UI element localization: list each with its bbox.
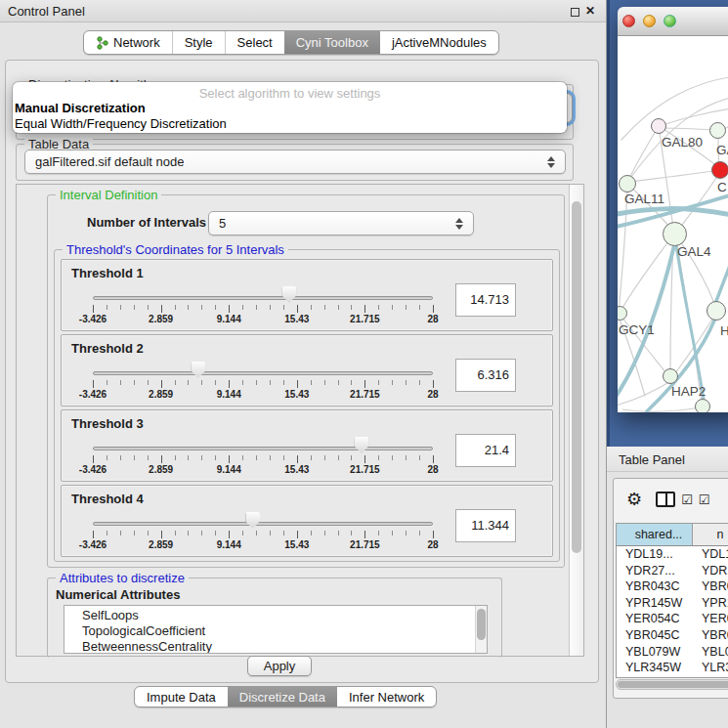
table-panel-header: Table Panel <box>607 447 728 472</box>
settings-scroll-area: Interval Definition Number of Intervals … <box>16 184 584 657</box>
table-cell[interactable]: YDR2 <box>693 563 728 579</box>
network-node-gal4[interactable] <box>663 222 687 246</box>
network-node-ga[interactable] <box>709 122 726 139</box>
table-row[interactable]: YER054CYER0 <box>617 611 728 627</box>
tab-jactivemnodules[interactable]: jActiveMNodules <box>380 31 498 54</box>
intervals-combo[interactable]: 5 <box>208 211 474 236</box>
horizontal-scrollbar[interactable] <box>616 679 728 690</box>
tick-label: -3.426 <box>79 464 107 475</box>
table-cell[interactable]: YBR045C <box>617 627 693 644</box>
gear-icon[interactable]: ⚙ <box>626 491 642 508</box>
node-label: GCY1 <box>619 322 655 337</box>
horizontal-scrollbar-thumb[interactable] <box>618 681 728 688</box>
column-header-shared[interactable]: shared... <box>617 524 693 545</box>
table-cell[interactable]: YBL079W <box>617 644 693 661</box>
network-node-h[interactable] <box>707 301 726 321</box>
table-cell[interactable]: YBL0 <box>693 644 728 661</box>
split-pane-icon[interactable] <box>656 492 675 507</box>
network-window-titlebar[interactable] <box>618 7 728 36</box>
table-cell[interactable]: YLR345W <box>617 660 693 676</box>
table-cell[interactable]: YIL052C <box>617 676 693 678</box>
network-window[interactable]: GAL80GACGAL11GAL4GCY1HHAP2 <box>618 7 728 412</box>
table-cell[interactable]: YER054C <box>617 611 693 627</box>
zoom-traffic-light-icon[interactable] <box>664 15 676 27</box>
bottom-tab-discretize-data[interactable]: Discretize Data <box>228 687 337 707</box>
network-node-gal11[interactable] <box>619 175 636 193</box>
table-row[interactable]: YDL19...YDL1 <box>617 546 728 563</box>
combo-stepper-icon[interactable] <box>547 150 558 173</box>
tick-label: 28 <box>427 464 438 475</box>
bottom-tab-infer-network[interactable]: Infer Network <box>337 687 436 707</box>
network-node-c[interactable] <box>711 161 728 179</box>
network-node-gcy1[interactable] <box>618 306 627 321</box>
table-row[interactable]: YPR145WYPR1 <box>617 595 728 612</box>
table-row[interactable]: YBL079WYBL0 <box>617 644 728 661</box>
minimize-traffic-light-icon[interactable] <box>643 15 656 27</box>
column-header-n[interactable]: n <box>693 524 728 545</box>
float-window-icon[interactable] <box>571 8 579 17</box>
slider-thumb[interactable] <box>191 362 205 378</box>
threshold-value-field[interactable]: 14.713 <box>455 283 516 317</box>
numerical-attributes-list[interactable]: SelfLoopsTopologicalCoefficientBetweenne… <box>64 605 488 654</box>
algorithm-option-equal-width-frequency-discretization[interactable]: Equal Width/Frequency Discretization <box>15 116 227 131</box>
table-cell[interactable]: YDL19... <box>617 546 693 563</box>
threshold-value-field[interactable]: 11.344 <box>455 509 516 542</box>
threshold-value-field[interactable]: 6.316 <box>455 359 516 392</box>
table-row[interactable]: YLR345WYLR3 <box>617 660 728 676</box>
combo-stepper-icon[interactable] <box>455 212 466 235</box>
network-node-hap2[interactable] <box>663 368 678 384</box>
tab-network[interactable]: Network <box>84 31 172 54</box>
table-cell[interactable]: YBR0 <box>693 627 728 644</box>
checkbox-icon[interactable]: ☑ <box>681 493 693 506</box>
close-icon[interactable]: ✕ <box>585 4 595 18</box>
tick-label: -3.426 <box>79 389 107 400</box>
tab-cyni-toolbox[interactable]: Cyni Toolbox <box>284 31 380 54</box>
slider-track[interactable] <box>93 522 433 526</box>
network-node-gal80[interactable] <box>651 118 666 134</box>
slider-track[interactable] <box>93 447 433 450</box>
close-traffic-light-icon[interactable] <box>622 15 635 27</box>
bottom-tab-impute-data[interactable]: Impute Data <box>135 687 228 707</box>
list-scrollbar-thumb[interactable] <box>477 609 486 640</box>
popup-hint: Select algorithm to view settings <box>13 86 567 101</box>
tick-label: 9.144 <box>217 389 241 400</box>
apply-button[interactable]: Apply <box>247 656 312 676</box>
table-cell[interactable]: YER0 <box>693 611 728 627</box>
list-item-topologicalcoefficient[interactable]: TopologicalCoefficient <box>64 623 475 639</box>
table-cell[interactable]: YPR145W <box>617 595 693 612</box>
table-cell[interactable]: YLR3 <box>693 660 728 676</box>
list-item-betweennesscentrality[interactable]: BetweennessCentrality <box>64 639 475 654</box>
table-row[interactable]: YIL052CYIL0 <box>617 676 728 678</box>
node-table[interactable]: shared...nYDL19...YDL1YDR27...YDR2YBR043… <box>616 523 728 678</box>
table-row[interactable]: YDR27...YDR2 <box>617 563 728 579</box>
table-cell[interactable]: YIL0 <box>693 676 728 678</box>
algorithm-option-manual-discretization[interactable]: Manual Discretization <box>15 101 146 115</box>
table-row[interactable]: YBR045CYBR0 <box>617 627 728 644</box>
slider-thumb[interactable] <box>281 286 296 303</box>
list-item-selfloops[interactable]: SelfLoops <box>64 608 475 623</box>
table-cell[interactable]: YDR27... <box>617 563 693 579</box>
table-cell[interactable]: YBR0 <box>693 578 728 595</box>
slider-track[interactable] <box>93 371 433 375</box>
tick-label: -3.426 <box>79 539 107 550</box>
table-data-combo[interactable]: galFiltered.sif default node <box>24 150 566 174</box>
table-cell[interactable]: YBR043C <box>617 578 693 595</box>
vertical-scrollbar-thumb[interactable] <box>572 201 581 553</box>
checkbox-icon[interactable]: ☑ <box>699 493 710 506</box>
tick-label: 21.715 <box>350 539 380 550</box>
vertical-scrollbar[interactable] <box>569 185 583 656</box>
network-node[interactable] <box>695 399 710 412</box>
tab-style[interactable]: Style <box>172 31 225 54</box>
tab-select[interactable]: Select <box>225 31 284 54</box>
slider-thumb[interactable] <box>245 512 260 529</box>
table-cell[interactable]: YPR1 <box>693 595 728 612</box>
table-cell[interactable]: YDL1 <box>693 546 728 563</box>
slider-thumb[interactable] <box>354 437 368 453</box>
network-canvas[interactable]: GAL80GACGAL11GAL4GCY1HHAP2 <box>618 36 728 412</box>
slider-track[interactable] <box>93 296 433 300</box>
table-row[interactable]: YBR043CYBR0 <box>617 578 728 595</box>
node-label: GA <box>716 143 728 157</box>
threshold-value-field[interactable]: 21.4 <box>455 434 516 467</box>
list-scrollbar[interactable] <box>475 606 487 653</box>
tab-label: Infer Network <box>349 690 424 705</box>
